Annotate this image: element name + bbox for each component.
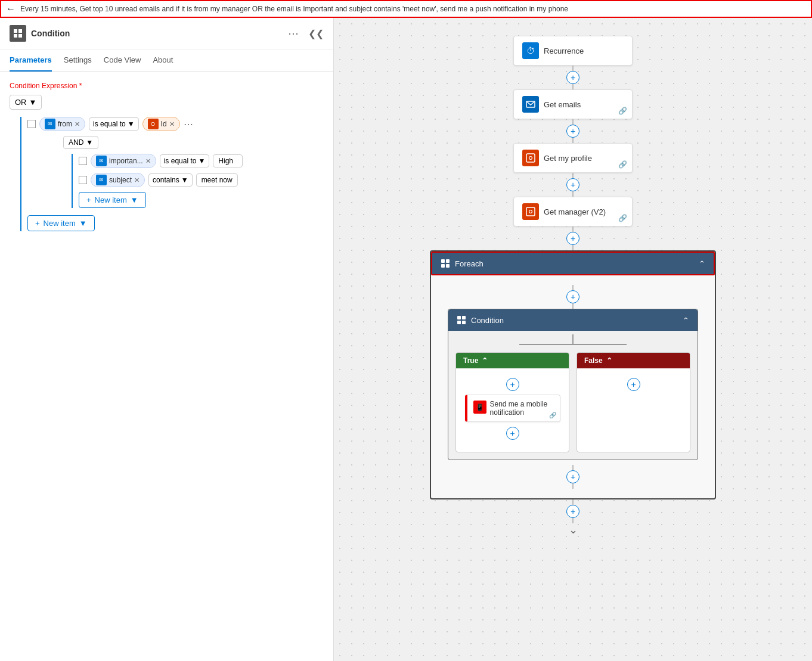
row3-operator[interactable]: contains ▼	[148, 173, 193, 187]
flow-container: ⏱ Recurrence + Get emails 🔗 + O	[334, 18, 812, 554]
svg-rect-14	[462, 316, 466, 319]
add-step-1[interactable]: +	[566, 71, 579, 84]
add-step-3[interactable]: +	[566, 178, 579, 191]
false-chevron-icon: ⌃	[606, 356, 612, 365]
svg-rect-0	[14, 29, 17, 33]
row1-operator[interactable]: is equal to ▼	[89, 117, 139, 131]
row3-checkbox[interactable]	[79, 176, 87, 184]
condition-flow-collapse-icon[interactable]: ⌃	[683, 316, 689, 325]
foreach-container: Foreach ⌃ + Condition ⌃	[430, 250, 716, 499]
bottom-chevron-icon[interactable]: ⌄	[569, 523, 578, 536]
svg-text:O: O	[528, 155, 532, 161]
tab-settings[interactable]: Settings	[64, 49, 92, 72]
add-step-4[interactable]: +	[566, 232, 579, 245]
new-item-outer-label: New item	[44, 219, 76, 228]
svg-rect-11	[441, 264, 445, 268]
importance-tag: ✉ importan... ✕	[91, 154, 156, 168]
row1-op-chevron-icon: ▼	[128, 120, 135, 128]
true-branch: True ⌃ + 📱 Send me a mobile notification…	[455, 352, 569, 452]
connector-3: +	[566, 173, 579, 197]
row1-more-options[interactable]: ⋯	[184, 119, 193, 130]
or-dropdown[interactable]: OR ▼	[10, 95, 42, 110]
and-dropdown[interactable]: AND ▼	[63, 136, 98, 149]
svg-rect-16	[462, 321, 466, 324]
get-profile-node[interactable]: O Get my profile 🔗	[513, 143, 633, 173]
row3-op-chevron-icon: ▼	[181, 176, 188, 184]
row1-checkbox[interactable]	[27, 120, 36, 128]
and-label: AND	[69, 138, 83, 147]
condition-flow-title: Condition	[471, 316, 678, 325]
or-chevron-icon: ▼	[29, 98, 37, 107]
subject-tag-label: subject	[109, 176, 132, 184]
true-branch-add-bottom[interactable]: +	[506, 427, 519, 440]
or-label: OR	[15, 98, 27, 107]
get-emails-node[interactable]: Get emails 🔗	[513, 89, 633, 119]
row3-value: meet now	[196, 173, 238, 187]
get-manager-node[interactable]: O Get manager (V2) 🔗	[513, 197, 633, 226]
get-profile-label: Get my profile	[544, 154, 624, 163]
new-item-outer-chevron-icon: ▼	[79, 219, 87, 228]
condition-row-3: ✉ subject ✕ contains ▼ meet now	[79, 173, 243, 187]
svg-rect-12	[446, 264, 450, 268]
get-profile-link-icon: 🔗	[618, 160, 627, 169]
false-branch-body: +	[577, 368, 690, 452]
condition-flow-icon	[457, 315, 466, 325]
panel-menu-button[interactable]: ⋯	[288, 27, 299, 40]
new-item-inner-label: New item	[95, 195, 127, 204]
left-panel: Condition ⋯ ❮❮ Parameters Settings Code …	[0, 18, 334, 661]
add-step-after-foreach[interactable]: +	[566, 505, 579, 518]
foreach-collapse-icon[interactable]: ⌃	[699, 259, 705, 268]
notification-link-icon: 🔗	[549, 412, 556, 418]
add-step-after-condition[interactable]: +	[566, 470, 579, 483]
recurrence-node[interactable]: ⏱ Recurrence	[513, 36, 633, 66]
row2-value: High	[213, 154, 243, 167]
row2-op-chevron-icon: ▼	[198, 157, 205, 165]
panel-collapse-button[interactable]: ❮❮	[308, 28, 324, 39]
notification-node[interactable]: 📱 Send me a mobile notification 🔗	[465, 395, 560, 422]
row2-checkbox[interactable]	[79, 157, 87, 165]
back-button[interactable]: ←	[6, 4, 16, 14]
condition-flow-header[interactable]: Condition ⌃	[448, 309, 698, 331]
connector-1: +	[566, 66, 579, 89]
add-step-foreach[interactable]: +	[566, 290, 579, 303]
get-manager-label: Get manager (V2)	[544, 207, 624, 216]
get-manager-icon: O	[522, 203, 539, 220]
new-item-outer-button[interactable]: + New item ▼	[27, 215, 95, 231]
add-step-2[interactable]: +	[566, 125, 579, 138]
subject-tag-icon: ✉	[96, 175, 107, 185]
connector-4: +	[566, 226, 579, 250]
svg-rect-13	[457, 316, 461, 319]
foreach-body: + Condition ⌃	[431, 275, 715, 498]
false-branch-add[interactable]: +	[627, 378, 640, 391]
banner-text: Every 15 minutes, Get top 10 unread emai…	[20, 5, 568, 13]
condition-split-line	[572, 334, 574, 344]
true-branch-header[interactable]: True ⌃	[456, 353, 569, 368]
tab-code-view[interactable]: Code View	[104, 49, 141, 72]
from-tag-close[interactable]: ✕	[75, 120, 80, 128]
true-chevron-icon: ⌃	[482, 356, 488, 365]
and-chevron-icon: ▼	[86, 138, 93, 147]
importance-tag-close[interactable]: ✕	[145, 157, 151, 165]
foreach-bottom-connector: +	[566, 465, 579, 489]
foreach-header[interactable]: Foreach ⌃	[431, 252, 715, 275]
importance-tag-label: importan...	[109, 157, 143, 165]
tab-parameters[interactable]: Parameters	[10, 49, 52, 72]
subject-tag-close[interactable]: ✕	[134, 176, 140, 184]
from-tag-icon: ✉	[45, 119, 55, 129]
new-item-inner-button[interactable]: + New item ▼	[79, 192, 146, 208]
new-item-inner-plus-icon: +	[86, 195, 91, 204]
row2-operator[interactable]: is equal to ▼	[160, 154, 210, 167]
condition-expression-label: Condition Expression *	[10, 82, 324, 90]
condition-content: Condition Expression * OR ▼ ✉ from ✕	[0, 72, 333, 241]
get-emails-label: Get emails	[544, 100, 624, 109]
false-label: False	[584, 356, 603, 365]
condition-row-2: ✉ importan... ✕ is equal to ▼ High	[79, 154, 243, 168]
tab-about[interactable]: About	[153, 49, 173, 72]
true-label: True	[463, 356, 478, 365]
panel-title: Condition	[31, 29, 283, 38]
false-branch-header[interactable]: False ⌃	[577, 353, 690, 368]
true-branch-add[interactable]: +	[506, 378, 519, 391]
condition-flow-container: Condition ⌃ True	[448, 309, 698, 460]
id-tag-close[interactable]: ✕	[169, 120, 175, 128]
and-group: AND ▼ ✉ importan...	[63, 136, 324, 208]
